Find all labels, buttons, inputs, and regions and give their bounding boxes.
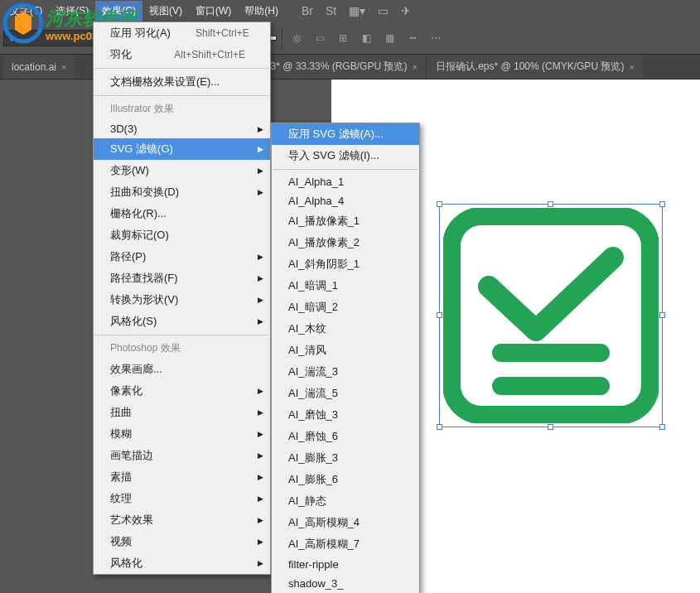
menubar: 文字(T) 选择(S) 效果(C) 视图(V) 窗口(W) 帮助(H) Br S… xyxy=(0,0,700,22)
menu-select[interactable]: 选择(S) xyxy=(49,1,95,22)
mi-doc-raster[interactable]: 文档栅格效果设置(E)... xyxy=(94,71,270,93)
mi-last-effect[interactable]: 羽化Alt+Shift+Ctrl+E xyxy=(94,44,270,65)
mi-distort[interactable]: 扭曲和变换(D) xyxy=(94,181,270,203)
illustrator-effects-header: Illustrator 效果 xyxy=(94,99,270,119)
mi-filter-item[interactable]: filter-ripple xyxy=(272,555,419,574)
menu-effects[interactable]: 效果(C) xyxy=(95,1,142,22)
tab-label: 日报确认.eps* @ 100% (CMYK/GPU 预览) xyxy=(436,60,625,74)
mi-filter-item[interactable]: AI_Alpha_4 xyxy=(272,191,419,210)
svg-filters-submenu: 应用 SVG 滤镜(A)... 导入 SVG 滤镜(I)... AI_Alpha… xyxy=(271,123,420,593)
mi-filter-item[interactable]: AI_膨胀_6 xyxy=(272,469,419,490)
mi-convert-shape[interactable]: 转换为形状(V) xyxy=(94,289,270,311)
rocket-icon[interactable]: ✈ xyxy=(401,4,411,17)
mi-artistic[interactable]: 艺术效果 xyxy=(94,509,270,531)
dash-icon[interactable]: ┅ xyxy=(403,29,422,47)
menu-view[interactable]: 视图(V) xyxy=(142,1,189,22)
tab-3[interactable]: 日报确认.eps* @ 100% (CMYK/GPU 预览) × xyxy=(427,55,643,79)
no-selection-dropdown[interactable]: ▾ xyxy=(3,30,103,46)
artwork-checkmark-icon[interactable] xyxy=(443,208,659,423)
mi-distort-ps[interactable]: 扭曲 xyxy=(94,402,270,423)
target-icon[interactable]: ◎ xyxy=(287,29,306,47)
doc-setup-icon[interactable]: ▭ xyxy=(311,29,329,47)
tab-label: location.ai xyxy=(12,61,56,73)
mi-svg-filters[interactable]: SVG 滤镜(G) xyxy=(94,138,270,160)
close-icon[interactable]: × xyxy=(412,62,417,72)
prefs-icon[interactable]: ▦ xyxy=(380,29,398,47)
mi-brush-strokes[interactable]: 画笔描边 xyxy=(94,445,270,466)
menu-help[interactable]: 帮助(H) xyxy=(238,1,285,22)
tab-1[interactable]: location.ai × xyxy=(3,55,75,79)
mi-stylize-ps[interactable]: 风格化 xyxy=(94,552,270,574)
mi-effect-gallery[interactable]: 效果画廊... xyxy=(94,359,270,380)
mi-pixelate[interactable]: 像素化 xyxy=(94,380,270,402)
mi-filter-item[interactable]: AI_斜角阴影_1 xyxy=(272,253,419,275)
menu-text[interactable]: 文字(T) xyxy=(3,1,49,22)
mi-filter-item[interactable]: AI_Alpha_1 xyxy=(272,172,419,191)
more-icon[interactable]: ⋯ xyxy=(427,29,445,47)
mi-apply-svg-filter[interactable]: 应用 SVG 滤镜(A)... xyxy=(272,123,419,145)
mi-filter-item[interactable]: AI_播放像素_1 xyxy=(272,210,419,232)
close-icon[interactable]: × xyxy=(629,62,634,72)
transform-icon[interactable]: ◧ xyxy=(357,29,375,47)
mi-crop-marks[interactable]: 裁剪标记(O) xyxy=(94,224,270,246)
mi-video[interactable]: 视频 xyxy=(94,531,270,552)
layout-icon[interactable]: ▦▾ xyxy=(349,4,365,17)
mi-filter-item[interactable]: AI_高斯模糊_4 xyxy=(272,512,419,533)
mi-sketch[interactable]: 素描 xyxy=(94,466,270,488)
mi-warp[interactable]: 变形(W) xyxy=(94,160,270,181)
mi-filter-item[interactable]: AI_清风 xyxy=(272,340,419,361)
mi-filter-item[interactable]: AI_木纹 xyxy=(272,318,419,340)
doc-icon[interactable]: ▭ xyxy=(378,4,389,17)
close-icon[interactable]: × xyxy=(61,62,66,72)
mi-blur[interactable]: 模糊 xyxy=(94,423,270,445)
align-icon[interactable]: ⊞ xyxy=(334,29,352,47)
mi-import-svg-filter[interactable]: 导入 SVG 滤镜(I)... xyxy=(272,145,419,166)
effects-menu-panel: 应用 羽化(A)Shift+Ctrl+E 羽化Alt+Shift+Ctrl+E … xyxy=(93,22,271,575)
mi-filter-item[interactable]: AI_高斯模糊_7 xyxy=(272,533,419,555)
mi-3d[interactable]: 3D(3) xyxy=(94,119,270,138)
mi-filter-item[interactable]: AI_湍流_5 xyxy=(272,383,419,404)
mi-filter-item[interactable]: AI_磨蚀_6 xyxy=(272,426,419,447)
mi-apply-last[interactable]: 应用 羽化(A)Shift+Ctrl+E xyxy=(94,22,270,44)
mi-filter-item[interactable]: AI_静态 xyxy=(272,490,419,512)
mi-texture[interactable]: 纹理 xyxy=(94,488,270,509)
br-icon[interactable]: Br xyxy=(302,4,313,17)
mi-filter-item[interactable]: shadow_3_ xyxy=(272,574,419,593)
mi-filter-item[interactable]: AI_湍流_3 xyxy=(272,361,419,383)
mi-rasterize[interactable]: 栅格化(R)... xyxy=(94,203,270,224)
mi-filter-item[interactable]: AI_磨蚀_3 xyxy=(272,404,419,426)
st-icon[interactable]: St xyxy=(326,4,336,17)
mi-filter-item[interactable]: AI_暗调_2 xyxy=(272,296,419,318)
tab-2[interactable]: -3* @ 33.33% (RGB/GPU 预览) × xyxy=(258,55,425,79)
mi-stylize[interactable]: 风格化(S) xyxy=(94,311,270,332)
mi-filter-item[interactable]: AI_暗调_1 xyxy=(272,275,419,296)
tab-label: -3* @ 33.33% (RGB/GPU 预览) xyxy=(267,60,407,74)
mi-path[interactable]: 路径(P) xyxy=(94,246,270,268)
menubar-icons: Br St ▦▾ ▭ ✈ xyxy=(302,4,411,17)
mi-filter-item[interactable]: AI_膨胀_3 xyxy=(272,447,419,469)
photoshop-effects-header: Photoshop 效果 xyxy=(94,338,270,359)
menu-window[interactable]: 窗口(W) xyxy=(189,1,238,22)
mi-filter-item[interactable]: AI_播放像素_2 xyxy=(272,232,419,253)
mi-pathfinder[interactable]: 路径查找器(F) xyxy=(94,268,270,289)
